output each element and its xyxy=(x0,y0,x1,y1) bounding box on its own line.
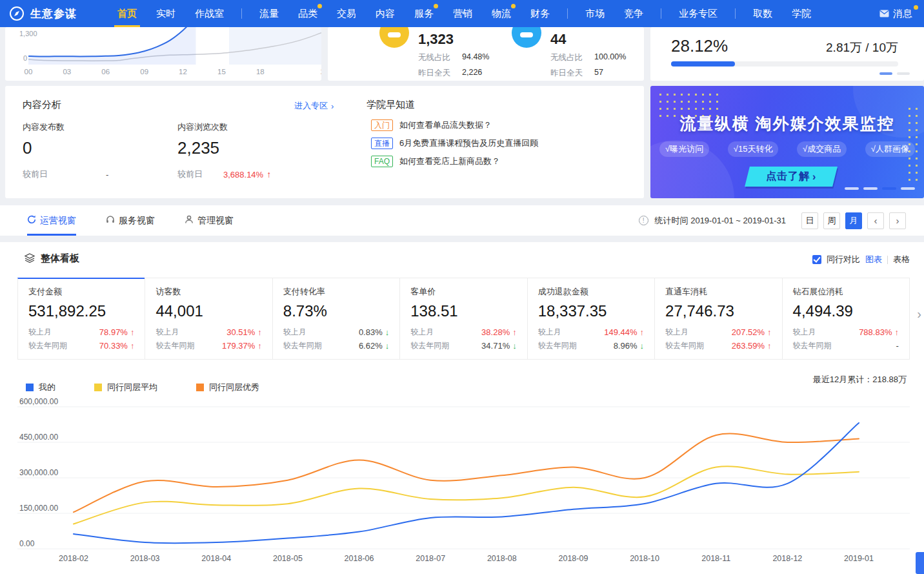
svg-text:18: 18 xyxy=(256,68,265,76)
svg-text:2018-09: 2018-09 xyxy=(559,554,588,563)
svg-text:450,000.00: 450,000.00 xyxy=(19,433,58,442)
metric-compare-row: 较去年同期- xyxy=(793,340,899,351)
metrics-next-button[interactable]: › xyxy=(917,307,921,322)
period-button-周[interactable]: 周 xyxy=(823,212,840,229)
metric-compare-row: 较去年同期34.71%↓ xyxy=(410,340,516,351)
nav-item-物流[interactable]: 物流 xyxy=(492,0,511,27)
peer-compare-checkbox[interactable] xyxy=(812,255,821,264)
nav-item-作战室[interactable]: 作战室 xyxy=(195,0,224,27)
academy-item[interactable]: FAQ如何查看竞店上新商品数？ xyxy=(371,156,538,167)
metric-card-成功退款金额[interactable]: 成功退款金额18,337.35较上月149.44%↑较去年同期8.96%↓ xyxy=(527,278,655,360)
nav-item-取数[interactable]: 取数 xyxy=(753,0,772,27)
compare-label: 较去年同期 xyxy=(28,340,67,351)
academy-item[interactable]: 直播6月免费直播课程预告及历史直播回顾 xyxy=(371,138,538,149)
metric-value: 531,892.25 xyxy=(28,302,134,320)
icon-glyph xyxy=(388,32,401,37)
period-prev-button[interactable]: ‹ xyxy=(867,212,884,229)
banner-carousel-indicator[interactable] xyxy=(845,187,915,190)
compare-value: - xyxy=(896,341,899,351)
svg-text:06: 06 xyxy=(101,68,110,76)
nav-message[interactable]: 消息 xyxy=(879,8,912,20)
banner-title: 流量纵横 淘外媒介效果监控 xyxy=(650,113,924,134)
nav-item-流量[interactable]: 流量 xyxy=(259,0,279,27)
info-icon[interactable]: ! xyxy=(639,216,648,225)
svg-text:2018-02: 2018-02 xyxy=(59,554,88,563)
nav-item-业务专区[interactable]: 业务专区 xyxy=(679,0,718,27)
nav-item-服务[interactable]: 服务 xyxy=(414,0,434,27)
nav-item-首页[interactable]: 首页 xyxy=(117,0,137,27)
svg-text:2018-06: 2018-06 xyxy=(345,554,374,563)
metric-compare-row: 较去年同期179.37%↑ xyxy=(156,340,261,351)
compare-percent: 70.33% xyxy=(99,341,128,351)
carousel-dash[interactable] xyxy=(901,187,915,190)
metric-card-访客数[interactable]: 访客数44,001较上月30.51%↑较去年同期179.37%↑ xyxy=(145,278,272,360)
nav-item-竞争[interactable]: 竞争 xyxy=(624,0,643,27)
arrow-down-icon: ↓ xyxy=(512,341,517,351)
nav-divider xyxy=(661,8,661,19)
metric-card-支付金额[interactable]: 支付金额531,892.25较上月78.97%↑较去年同期70.33%↑ xyxy=(17,278,145,360)
stat-compare-row: 无线占比100.00% xyxy=(550,52,626,63)
tab-服务视窗[interactable]: 服务视窗 xyxy=(106,205,155,236)
nav-item-营销[interactable]: 营销 xyxy=(453,0,472,27)
metric-card-钻石展位消耗[interactable]: 钻石展位消耗4,494.39较上月788.83%↑较去年同期- xyxy=(782,278,910,360)
carousel-dash[interactable] xyxy=(845,187,859,190)
metric-compare-row: 较上月30.51%↑ xyxy=(156,327,261,338)
nav-item-学院[interactable]: 学院 xyxy=(792,0,811,27)
stat-compare-row: 昨日全天2,226 xyxy=(418,68,489,79)
promo-banner[interactable]: 流量纵横 淘外媒介效果监控 √曝光访问√15天转化√成交商品√人群画像 点击了解… xyxy=(650,86,924,198)
carousel-dash[interactable] xyxy=(897,72,910,75)
period-button-月[interactable]: 月 xyxy=(845,212,862,229)
metric-card-支付转化率[interactable]: 支付转化率8.73%较上月0.83%↓较去年同期6.62%↓ xyxy=(272,278,400,360)
view-chart-link[interactable]: 图表 xyxy=(865,254,882,265)
legend-swatch xyxy=(26,384,34,391)
academy-tag: 直播 xyxy=(371,138,393,149)
carousel-dash[interactable] xyxy=(882,187,896,190)
nav-item-交易[interactable]: 交易 xyxy=(337,0,356,27)
tab-label: 服务视窗 xyxy=(119,215,155,227)
compare-label: 较去年同期 xyxy=(665,340,704,351)
realtime-trend-card: 1,30000003060912151823 xyxy=(5,27,321,81)
page: 生意参谋 首页实时作战室流量品类交易内容服务营销物流财务市场竞争业务专区取数学院… xyxy=(0,0,924,574)
compare-value: 70.33%↑ xyxy=(99,341,135,351)
tab-管理视窗[interactable]: 管理视窗 xyxy=(185,205,234,236)
new-badge-dot xyxy=(317,4,322,8)
trend-line-chart: 600,000.00450,000.00300,000.00150,000.00… xyxy=(17,392,910,574)
compare-percent: 149.44% xyxy=(604,327,637,337)
metric-value: 4,494.39 xyxy=(793,302,899,320)
stat-body: 44无线占比100.00%昨日全天57 xyxy=(550,27,626,79)
nav-item-内容[interactable]: 内容 xyxy=(376,0,395,27)
side-toolbar-button[interactable] xyxy=(916,552,924,574)
tab-运营视窗[interactable]: 运营视窗 xyxy=(27,205,76,236)
app-logo[interactable]: 生意参谋 xyxy=(9,6,77,21)
compare-value: 149.44%↑ xyxy=(604,327,644,337)
top-navigation: 生意参谋 首页实时作战室流量品类交易内容服务营销物流财务市场竞争业务专区取数学院… xyxy=(0,0,924,27)
carousel-dash[interactable] xyxy=(879,72,892,75)
nav-item-实时[interactable]: 实时 xyxy=(156,0,176,27)
compare-value: 30.51%↑ xyxy=(226,327,262,337)
metric-card-直通车消耗[interactable]: 直通车消耗27,746.73较上月207.52%↑较去年同期263.59%↑ xyxy=(654,278,782,360)
svg-text:1,300: 1,300 xyxy=(19,30,37,37)
stat-row-label: 昨日全天 xyxy=(418,68,462,79)
metric-compare-row: 较上月0.83%↓ xyxy=(283,327,389,338)
arrow-up-icon: ↑ xyxy=(512,327,517,337)
metric-label: 支付转化率 xyxy=(283,286,389,298)
metric-compare-row: 较去年同期263.59%↑ xyxy=(665,340,771,351)
period-next-button[interactable]: › xyxy=(889,212,906,229)
carousel-indicator[interactable] xyxy=(879,72,910,75)
nav-item-市场[interactable]: 市场 xyxy=(585,0,605,27)
nav-item-财务[interactable]: 财务 xyxy=(530,0,550,27)
svg-text:2018-07: 2018-07 xyxy=(416,554,445,563)
metric-card-客单价[interactable]: 客单价138.51较上月38.28%↑较去年同期34.71%↓ xyxy=(399,278,527,360)
banner-cta-button[interactable]: 点击了解› xyxy=(745,167,838,187)
academy-item[interactable]: 入门如何查看单品流失数据？ xyxy=(371,119,538,131)
overall-board-section: 整体看板 同行对比 图表 表格 支付金额531,892.25较上月78.97%↑… xyxy=(0,242,924,574)
tab-label: 运营视窗 xyxy=(40,215,76,227)
nav-item-品类[interactable]: 品类 xyxy=(298,0,317,27)
chevron-right-icon: › xyxy=(812,171,816,183)
carousel-dash[interactable] xyxy=(863,187,878,190)
period-button-日[interactable]: 日 xyxy=(801,212,818,229)
view-table-link[interactable]: 表格 xyxy=(893,254,910,265)
enter-zone-link[interactable]: 进入专区› xyxy=(294,100,334,112)
stat-row-value: 2,226 xyxy=(462,68,482,79)
svg-text:09: 09 xyxy=(140,68,148,76)
